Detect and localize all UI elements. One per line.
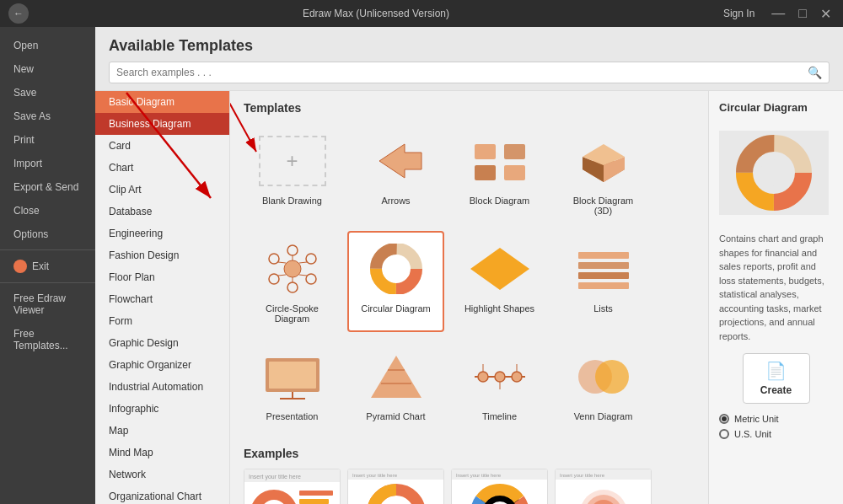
template-item-lists[interactable]: Lists [555,231,652,332]
back-button[interactable]: ← [8,3,29,24]
content-header: Available Templates 🔍 [95,27,843,91]
example-item-1[interactable]: Insert your title here [244,469,341,504]
svg-point-110 [760,159,787,186]
templates-panel: Templates + Blank Drawing [230,91,708,504]
svg-text:Insert your title here: Insert your title here [249,474,301,480]
block3d-svg [570,136,637,186]
template-label-pyramid: Pyramid Chart [366,411,425,421]
sidebar-item-open[interactable]: Open [0,34,95,57]
sidebar-label-import: Import [13,158,42,169]
example-4-svg: Insert your title here [556,469,652,504]
sidebar-label-export: Export & Send [13,181,78,193]
template-item-highlight[interactable]: Highlight Shapes [451,231,548,332]
category-item-fashion-design[interactable]: Fashion Design [95,244,229,266]
sidebar-item-new[interactable]: New [0,57,95,81]
template-label-lists: Lists [593,303,613,314]
app-title: Edraw Max (Unlicensed Version) [303,8,449,19]
svg-point-11 [284,260,301,277]
category-item-network[interactable]: Network [95,464,229,485]
arrows-icon [358,131,434,190]
search-input[interactable] [116,67,803,78]
sidebar-label-free-templates: Free Templates... [13,328,82,351]
svg-rect-30 [578,252,629,259]
template-item-arrows[interactable]: Arrows [347,123,444,224]
search-bar[interactable]: 🔍 [109,62,830,83]
template-item-circle-spoke[interactable]: Circle-Spoke Diagram [244,231,341,332]
category-item-chart[interactable]: Chart [95,157,229,179]
category-item-business-diagram[interactable]: Business Diagram [95,113,229,135]
left-sidebar: Open New Save Save As Print Import Expor… [0,27,95,504]
block-diagram-icon [462,131,538,190]
example-3-svg: Insert your title here [452,469,548,504]
venn-svg [570,351,637,402]
sidebar-item-import[interactable]: Import [0,152,95,175]
sidebar-item-print[interactable]: Print [0,128,95,152]
template-item-blank-drawing[interactable]: + Blank Drawing [244,123,341,224]
minimize-button[interactable]: — [768,6,788,22]
category-item-database[interactable]: Database [95,201,229,223]
category-item-floor-plan[interactable]: Floor Plan [95,266,229,288]
template-item-venn[interactable]: Venn Diagram [555,339,652,430]
svg-point-43 [495,372,505,382]
category-item-graphic-design[interactable]: Graphic Design [95,332,229,354]
svg-point-42 [478,372,488,382]
svg-text:Insert your title here: Insert your title here [456,473,502,478]
close-button[interactable]: ✕ [817,6,835,22]
example-item-4[interactable]: Insert your title here [555,469,652,504]
svg-line-20 [299,275,307,276]
templates-section-title: Templates [244,101,695,115]
right-panel: Circular Diagram Contains chart and grap… [708,91,843,504]
category-item-card[interactable]: Card [95,135,229,157]
main-layout: Open New Save Save As Print Import Expor… [0,27,843,504]
template-item-presentation[interactable]: Presentation [244,339,341,430]
sign-in-button[interactable]: Sign In [723,8,754,19]
svg-rect-33 [578,282,629,289]
block-3d-icon [566,131,642,190]
sidebar-item-close[interactable]: Close [0,199,95,223]
sidebar-item-free-viewer[interactable]: Free Edraw Viewer [0,287,95,322]
sidebar-item-save[interactable]: Save [0,81,95,105]
category-item-form[interactable]: Form [95,310,229,332]
template-item-timeline[interactable]: Timeline [451,339,548,430]
sidebar-item-exit[interactable]: Exit [0,254,95,279]
category-item-industrial-automation[interactable]: Industrial Automation [95,376,229,398]
category-item-map[interactable]: Map [95,420,229,442]
pyramid-svg [362,351,430,402]
svg-rect-3 [475,144,496,159]
category-item-org-chart[interactable]: Organizational Chart [95,485,229,504]
template-item-circular-diagram[interactable]: Circular Diagram [347,231,444,332]
svg-rect-35 [269,362,316,389]
right-panel-title: Circular Diagram [719,101,833,114]
sidebar-label-free-viewer: Free Edraw Viewer [13,292,82,316]
sidebar-item-export[interactable]: Export & Send [0,175,95,199]
category-item-basic-diagram[interactable]: Basic Diagram [95,91,229,113]
category-item-infographic[interactable]: Infographic [95,398,229,420]
radio-us-label: U.S. Unit [734,429,771,439]
category-item-mind-map[interactable]: Mind Map [95,442,229,464]
radio-us[interactable]: U.S. Unit [719,429,833,439]
template-item-pyramid[interactable]: Pyramid Chart [347,339,444,430]
category-item-engineering[interactable]: Engineering [95,223,229,244]
template-item-block-diagram[interactable]: Block Diagram [451,123,548,224]
right-panel-description: Contains chart and graph shapes for fina… [719,232,833,343]
category-item-flowchart[interactable]: Flowchart [95,288,229,310]
example-item-2[interactable]: Insert your title here [347,469,444,504]
category-item-clip-art[interactable]: Clip Art [95,179,229,201]
example-item-3[interactable]: Insert your title here [451,469,548,504]
svg-point-17 [269,254,279,264]
template-item-block-3d[interactable]: Block Diagram (3D) [555,123,652,224]
sidebar-item-options[interactable]: Options [0,223,95,246]
radio-metric[interactable]: Metric Unit [719,414,833,424]
svg-point-28 [388,260,405,277]
lists-icon [566,239,642,298]
sidebar-item-save-as[interactable]: Save As [0,105,95,128]
sidebar-item-free-templates[interactable]: Free Templates... [0,322,95,357]
category-item-graphic-organizer[interactable]: Graphic Organizer [95,354,229,376]
svg-rect-32 [578,272,629,279]
preview-svg [723,135,824,211]
sidebar-divider [0,249,95,250]
template-label-arrows: Arrows [381,196,410,206]
create-button[interactable]: 📄 Create [743,353,810,404]
maximize-button[interactable]: □ [795,6,810,22]
svg-marker-29 [470,248,529,290]
